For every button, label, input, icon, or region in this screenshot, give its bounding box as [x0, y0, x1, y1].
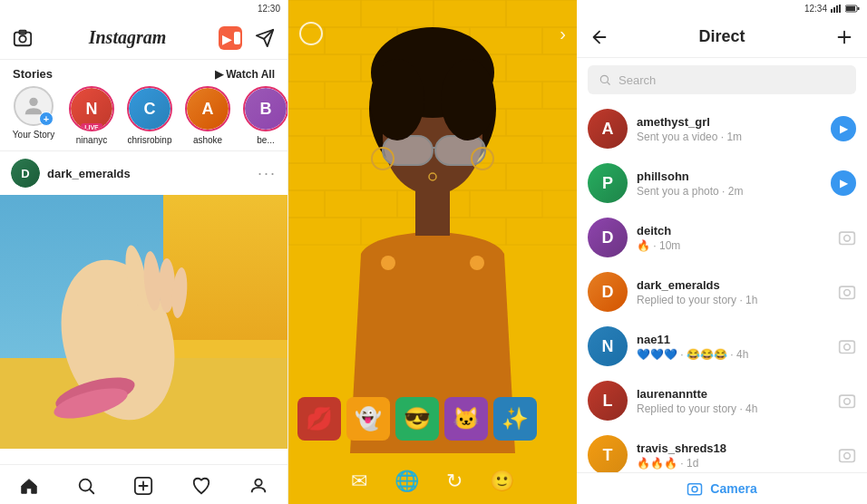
camera-label: Camera	[710, 481, 756, 496]
dm-play-btn[interactable]: ▶	[831, 116, 856, 141]
dm-preview: 🔥 · 10m	[637, 239, 829, 252]
filter-ghost[interactable]: 👻	[346, 397, 390, 441]
nav-home-icon[interactable]	[19, 473, 39, 497]
dm-avatar: A	[588, 109, 628, 149]
svg-rect-93	[840, 395, 855, 407]
nav-profile-icon[interactable]	[248, 473, 268, 497]
dm-username: deitch	[637, 224, 829, 237]
svg-rect-87	[840, 232, 855, 244]
story-viewer-panel: › 💋 👻 😎 🐱 ✨ ✉ 🌐 ↻ 🙂	[288, 0, 577, 504]
dm-item[interactable]: D dark_emeralds Replied to your story · …	[577, 265, 867, 319]
story-emoji-icon[interactable]: 🙂	[490, 470, 514, 493]
story-filters: 💋 👻 😎 🐱 ✨	[288, 397, 577, 441]
svg-rect-8	[163, 195, 287, 340]
filter-lips[interactable]: 💋	[297, 397, 341, 441]
story-top-bar: ›	[288, 0, 577, 53]
dm-item[interactable]: L laurenanntte Replied to your story · 4…	[577, 373, 867, 428]
stories-header: Stories ▶ Watch All	[0, 67, 287, 86]
story-item-chrisrobinp[interactable]: C chrisrobinp	[125, 86, 174, 145]
filter-sunglasses[interactable]: 😎	[395, 397, 439, 441]
dm-item[interactable]: P phillsohn Sent you a photo · 2m ▶	[577, 156, 867, 210]
svg-rect-82	[846, 6, 855, 11]
story-item-be[interactable]: B be...	[241, 86, 287, 145]
story-next-icon[interactable]: ›	[560, 24, 566, 44]
dm-item[interactable]: A amethyst_grl Sent you a video · 1m ▶	[577, 102, 867, 156]
story-item-your[interactable]: + Your Story	[9, 86, 58, 145]
camera-button[interactable]: Camera	[687, 480, 756, 497]
svg-rect-68	[415, 190, 450, 236]
dm-username: amethyst_grl	[637, 115, 822, 129]
svg-line-18	[90, 489, 93, 493]
dm-info: travis_shreds18 🔥🔥🔥 · 1d	[637, 441, 829, 470]
story-avatar-chrisrobinp[interactable]: C	[127, 86, 172, 131]
svg-point-72	[370, 59, 424, 141]
dm-preview: Replied to your story · 4h	[637, 402, 829, 415]
story-globe-icon[interactable]: 🌐	[395, 470, 419, 493]
dm-preview: 🔥🔥🔥 · 1d	[637, 457, 829, 470]
nav-heart-icon[interactable]	[191, 473, 211, 497]
svg-point-22	[256, 479, 262, 485]
direct-panel: 12:34 Direct Search A amethyst_grl	[577, 0, 867, 504]
story-envelope-icon[interactable]: ✉	[351, 470, 367, 493]
nav-add-icon[interactable]	[133, 473, 153, 497]
story-username-chrisrobinp: chrisrobinp	[125, 135, 174, 145]
your-story-avatar[interactable]: +	[14, 86, 54, 126]
dm-item[interactable]: D deitch 🔥 · 10m	[577, 210, 867, 265]
svg-rect-77	[833, 7, 835, 13]
direct-search-bar[interactable]: Search	[588, 65, 856, 94]
battery-icon	[845, 5, 860, 13]
story-username-ninanyc: ninanyc	[67, 135, 116, 145]
direct-icon[interactable]	[255, 28, 275, 48]
feed-status-bar: 12:30	[0, 0, 287, 16]
igtv-icon[interactable]: ▶	[219, 26, 242, 50]
dm-preview: Replied to your story · 1h	[637, 294, 829, 306]
story-avatar-ashoke[interactable]: A	[185, 86, 230, 131]
filter-sparkle[interactable]: ✨	[493, 397, 537, 441]
dm-username: travis_shreds18	[637, 441, 829, 455]
dm-avatar: L	[588, 381, 628, 421]
signal-icon	[831, 5, 842, 13]
stories-section: Stories ▶ Watch All + Your Story N	[0, 60, 287, 151]
camera-icon[interactable]	[13, 28, 33, 48]
dm-item[interactable]: T travis_shreds18 🔥🔥🔥 · 1d	[577, 428, 867, 472]
story-item-ashoke[interactable]: A ashoke	[183, 86, 232, 145]
nav-search-icon[interactable]	[76, 473, 96, 497]
feed-bottom-nav	[0, 464, 287, 504]
dm-avatar: D	[588, 272, 628, 312]
svg-rect-81	[858, 7, 860, 10]
stories-label: Stories	[13, 67, 53, 81]
story-username-be: be...	[241, 135, 287, 145]
watch-all-btn[interactable]: ▶ Watch All	[215, 68, 275, 81]
post-more-options[interactable]: ···	[258, 164, 277, 183]
story-avatar-ninanyc[interactable]: N	[69, 86, 114, 131]
direct-header: Direct	[577, 16, 867, 58]
dm-info: nae11 💙💙💙 · 😂😂😂 · 4h	[637, 333, 829, 361]
dm-item[interactable]: N nae11 💙💙💙 · 😂😂😂 · 4h	[577, 319, 867, 373]
svg-rect-95	[840, 450, 855, 461]
new-message-icon[interactable]	[834, 27, 854, 47]
camera-icon-dm	[838, 228, 856, 247]
story-avatar-be[interactable]: B	[243, 86, 287, 131]
story-refresh-icon[interactable]: ↻	[446, 470, 463, 493]
svg-rect-5	[234, 32, 240, 44]
story-item-ninanyc[interactable]: N ninanyc	[67, 86, 116, 145]
feed-time: 12:30	[258, 4, 280, 14]
dm-avatar: D	[588, 218, 628, 257]
back-icon[interactable]	[589, 27, 609, 47]
post-username[interactable]: dark_emeralds	[47, 167, 258, 180]
svg-rect-99	[688, 484, 702, 495]
post-user-avatar[interactable]: D	[11, 159, 40, 188]
post-header: D dark_emeralds ···	[0, 151, 287, 195]
direct-time: 12:34	[804, 4, 860, 14]
dm-username: dark_emeralds	[637, 278, 829, 292]
svg-point-100	[692, 487, 697, 492]
dm-play-btn[interactable]: ▶	[831, 170, 856, 196]
dm-info: deitch 🔥 · 10m	[637, 224, 829, 252]
dm-username: nae11	[637, 333, 829, 346]
story-circle	[299, 22, 323, 45]
svg-point-88	[844, 236, 851, 242]
dm-info: phillsohn Sent you a photo · 2m	[637, 170, 822, 198]
filter-cat[interactable]: 🐱	[444, 397, 488, 441]
your-story-label: Your Story	[9, 130, 58, 140]
svg-point-6	[29, 98, 37, 106]
